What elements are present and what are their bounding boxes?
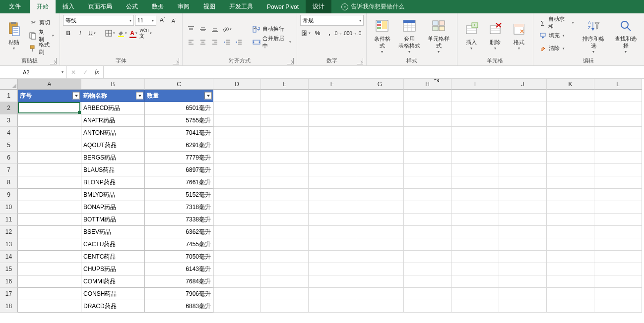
table-header-qty[interactable]: 数量 [145, 90, 213, 102]
table-cell-qty[interactable]: 7906毫升 [145, 288, 213, 300]
row-header-3[interactable]: 3 [0, 114, 18, 127]
cell[interactable] [451, 226, 499, 238]
table-cell-qty[interactable]: 6362毫升 [145, 226, 213, 238]
cell[interactable] [261, 114, 309, 127]
cell[interactable] [547, 201, 594, 214]
cell[interactable] [451, 139, 499, 152]
cell[interactable] [404, 238, 451, 251]
table-cell-seq[interactable] [18, 201, 81, 214]
row-header-2[interactable]: 2 [0, 102, 18, 114]
decrease-indent-button[interactable] [221, 37, 232, 48]
enter-formula-button[interactable]: ✓ [83, 69, 88, 76]
cell[interactable] [451, 189, 499, 201]
cell[interactable] [547, 288, 594, 300]
table-cell-qty[interactable]: 7779毫升 [145, 152, 213, 164]
table-cell-seq[interactable] [18, 300, 81, 313]
cell[interactable] [261, 288, 309, 300]
cell[interactable] [547, 176, 594, 189]
table-cell-name[interactable]: ANATR药品 [81, 114, 145, 127]
cell[interactable] [594, 176, 642, 189]
cell[interactable] [261, 263, 309, 275]
cell[interactable] [594, 114, 642, 127]
cell[interactable] [499, 139, 547, 152]
cell[interactable] [547, 275, 594, 288]
cell[interactable] [404, 152, 451, 164]
cell[interactable] [309, 275, 356, 288]
fill-color-button[interactable]: ▾ [117, 28, 128, 39]
select-all-corner[interactable] [0, 79, 18, 90]
cell[interactable] [309, 201, 356, 214]
clear-button[interactable]: 清除▾ [536, 43, 577, 54]
cell[interactable] [499, 214, 547, 226]
table-cell-qty[interactable]: 6897毫升 [145, 164, 213, 176]
cell[interactable] [547, 251, 594, 263]
autosum-button[interactable]: ∑自动求和▾ [536, 17, 577, 29]
cell[interactable] [356, 164, 404, 176]
cell[interactable] [309, 102, 356, 114]
tab-home[interactable]: 开始 [30, 0, 56, 13]
cut-button[interactable]: ✂ 剪切 [27, 17, 57, 29]
table-cell-name[interactable]: CENTC药品 [81, 251, 145, 263]
align-left-button[interactable] [186, 37, 196, 48]
tell-me-search[interactable]: ♀ 告诉我你想要做什么 [341, 0, 404, 13]
table-cell-qty[interactable]: 7661毫升 [145, 176, 213, 189]
tab-file[interactable]: 文件 [0, 0, 30, 13]
cell[interactable] [356, 114, 404, 127]
row-header-9[interactable]: 9 [0, 189, 18, 201]
cell[interactable] [213, 90, 261, 102]
table-cell-name[interactable]: COMMI药品 [81, 275, 145, 288]
paste-button[interactable]: 粘贴 ▾ [3, 15, 25, 56]
table-cell-seq[interactable] [18, 139, 81, 152]
worksheet[interactable]: ABCDEFGHIJKL1序号药物名称数量2ARBECD药品6501毫升3ANA… [0, 79, 644, 323]
cell[interactable] [309, 164, 356, 176]
dialog-launcher[interactable] [173, 58, 179, 64]
cell[interactable] [261, 176, 309, 189]
cell[interactable] [213, 152, 261, 164]
cell[interactable] [213, 275, 261, 288]
cell[interactable] [594, 164, 642, 176]
table-cell-name[interactable]: DRACD药品 [81, 300, 145, 313]
filter-button[interactable] [72, 92, 80, 100]
cell[interactable] [404, 164, 451, 176]
cell[interactable] [309, 300, 356, 313]
tab-insert[interactable]: 插入 [56, 0, 81, 13]
cell[interactable] [309, 226, 356, 238]
percent-button[interactable]: % [312, 28, 323, 39]
cell[interactable] [213, 226, 261, 238]
orientation-button[interactable]: ab▾ [221, 24, 232, 35]
cell[interactable] [404, 102, 451, 114]
cell[interactable] [356, 300, 404, 313]
cell[interactable] [451, 127, 499, 139]
cell[interactable] [356, 238, 404, 251]
merge-center-button[interactable]: 合并后居中 ▾ [250, 36, 294, 48]
tab-view[interactable]: 视图 [196, 0, 222, 13]
cell[interactable] [309, 288, 356, 300]
table-cell-qty[interactable]: 6883毫升 [145, 300, 213, 313]
cell[interactable] [594, 189, 642, 201]
cell[interactable] [547, 90, 594, 102]
cell[interactable] [213, 127, 261, 139]
conditional-format-button[interactable]: 条件格式▾ [370, 15, 394, 56]
cell[interactable] [547, 263, 594, 275]
cell[interactable] [356, 139, 404, 152]
tab-formulas[interactable]: 公式 [119, 0, 145, 13]
cell[interactable] [547, 127, 594, 139]
table-cell-name[interactable]: CACTU药品 [81, 238, 145, 251]
align-middle-button[interactable] [197, 24, 208, 35]
col-header-F[interactable]: F [309, 79, 356, 90]
font-size-combo[interactable]: 11▾ [135, 15, 156, 26]
cell[interactable] [261, 189, 309, 201]
cell[interactable] [404, 176, 451, 189]
cell[interactable] [356, 201, 404, 214]
fill-button[interactable]: 填充▾ [536, 30, 577, 42]
cell[interactable] [356, 90, 404, 102]
increase-indent-button[interactable] [233, 37, 244, 48]
cell[interactable] [404, 139, 451, 152]
cell[interactable] [309, 127, 356, 139]
table-cell-name[interactable]: ANTON药品 [81, 127, 145, 139]
cell[interactable] [261, 226, 309, 238]
col-header-E[interactable]: E [261, 79, 309, 90]
delete-cells-button[interactable]: 删除▾ [484, 15, 506, 56]
sort-filter-button[interactable]: AZ 排序和筛选▾ [579, 15, 609, 56]
cell[interactable] [499, 127, 547, 139]
